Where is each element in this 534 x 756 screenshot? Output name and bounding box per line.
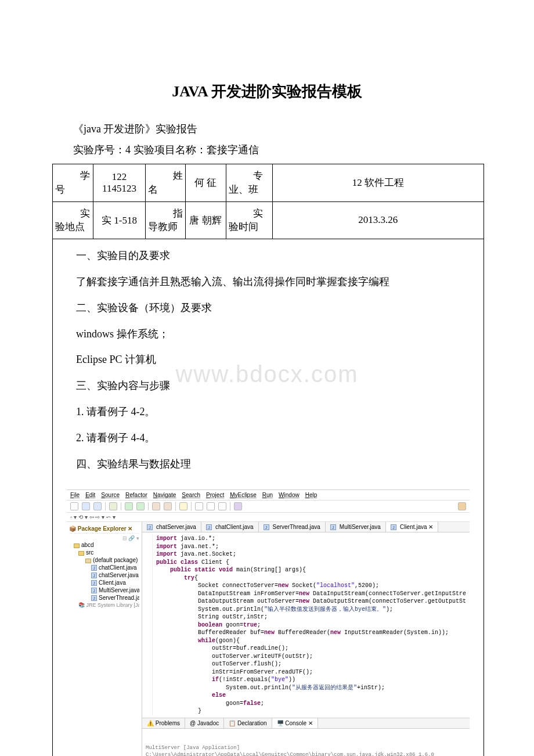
code-line: System.out.println("输入半径数值发送到服务器，输入bye结束… bbox=[156, 606, 466, 614]
editor-tab[interactable]: JServerThread.java bbox=[259, 522, 326, 532]
build-icon[interactable] bbox=[109, 502, 117, 510]
console-panel[interactable]: MultiServer [Java Application] C:\Users\… bbox=[142, 729, 470, 756]
toolbar-separator bbox=[230, 502, 230, 510]
nav-icon[interactable] bbox=[207, 502, 215, 510]
new-class-icon[interactable] bbox=[152, 502, 160, 510]
editor-tabs[interactable]: JchatServer.javaJchatClient.javaJServerT… bbox=[142, 522, 470, 532]
code-line: System.out.println("从服务器返回的结果是"+inStr); bbox=[156, 684, 466, 692]
table-row: 学号 122 1145123 姓名 何 征 专业、班 12 软件工程 bbox=[53, 164, 484, 202]
java-file-icon: J bbox=[91, 595, 97, 601]
code-line: inStr=inFromServer.readUTF(); bbox=[156, 668, 466, 676]
src-icon bbox=[78, 551, 84, 556]
label-teacher-b: 导教师 bbox=[148, 221, 178, 232]
tree-project[interactable]: abcd bbox=[81, 542, 94, 548]
code-line: outToServer.writeUTF(outStr); bbox=[156, 653, 466, 661]
section-1-title: 一、实验目的及要求 bbox=[76, 247, 470, 264]
section-2-body-1: windows 操作系统； bbox=[76, 326, 470, 343]
package-explorer-title: Package Explorer bbox=[78, 525, 127, 532]
save-icon[interactable] bbox=[82, 502, 90, 510]
code-line: if(!inStr.equals("bye")) bbox=[156, 676, 466, 684]
menu-item-navigate[interactable]: Navigate bbox=[153, 492, 176, 498]
value-location: 实 1-518 bbox=[93, 201, 146, 239]
label-student-id-a: 学 bbox=[55, 169, 91, 183]
label-name-a: 姓 bbox=[148, 169, 183, 183]
menu-item-file[interactable]: File bbox=[70, 492, 80, 498]
ide-toolbar-2[interactable]: ▫ ▾ ⟲ ▾ ⇦ ⇨ ▾ ⤺ ▾ bbox=[67, 513, 470, 522]
code-line: String outStr,inStr; bbox=[156, 613, 466, 621]
report-body: 一、实验目的及要求 了解套接字通信并且熟悉输入流、输出流得操作同时掌握套接字编程… bbox=[53, 239, 484, 489]
myeclipse-icon[interactable] bbox=[458, 502, 466, 510]
ide-menubar[interactable]: FileEditSourceRefactorNavigateSearchProj… bbox=[67, 490, 470, 501]
run-icon[interactable] bbox=[136, 502, 145, 510]
menu-item-search[interactable]: Search bbox=[182, 492, 200, 498]
ide-toolbar[interactable] bbox=[67, 501, 470, 513]
bottom-tab-declaration[interactable]: 📋 Declaration bbox=[224, 718, 272, 728]
section-2-body-2: Eclipse PC 计算机 bbox=[76, 351, 470, 368]
code-line: else bbox=[156, 692, 466, 700]
tree-file[interactable]: JClient.java bbox=[69, 579, 139, 586]
section-4-title: 四、实验结果与数据处理 bbox=[76, 456, 470, 473]
java-file-icon: J bbox=[330, 524, 336, 530]
code-line: while(goon){ bbox=[156, 637, 466, 645]
menu-item-project[interactable]: Project bbox=[206, 492, 224, 498]
code-editor[interactable]: import java.io.*;import java.net.*;impor… bbox=[142, 532, 470, 718]
table-row: 实验地点 实 1-518 指导教师 唐 朝辉 实验时间 2013.3.26 bbox=[53, 201, 484, 239]
menu-item-myeclipse[interactable]: MyEclipse bbox=[230, 492, 257, 498]
menu-item-source[interactable]: Source bbox=[101, 492, 120, 498]
java-file-icon: J bbox=[91, 573, 97, 578]
new-package-icon[interactable] bbox=[164, 502, 172, 510]
code-line: Socket connectToServer=new Socket("local… bbox=[156, 582, 466, 590]
doc-subtitle-1: 《java 开发进阶》实验报告 bbox=[52, 122, 482, 136]
label-name-b: 名 bbox=[148, 184, 158, 195]
tree-jre[interactable]: JRE System Library [JavaSE-1.6] bbox=[86, 602, 139, 608]
nav-icon[interactable] bbox=[218, 502, 226, 510]
console-header: MultiServer [Java Application] C:\Users\… bbox=[146, 745, 466, 756]
code-line: boolean goon=true; bbox=[156, 621, 466, 629]
menu-item-help[interactable]: Help bbox=[305, 492, 317, 498]
document-title: JAVA 开发进阶实验报告模板 bbox=[52, 81, 482, 102]
new-icon[interactable] bbox=[70, 502, 78, 510]
section-1-body: 了解套接字通信并且熟悉输入流、输出流得操作同时掌握套接字编程 bbox=[76, 273, 470, 290]
value-time: 2013.3.26 bbox=[272, 201, 484, 239]
debug-icon[interactable] bbox=[125, 502, 133, 510]
label-major-a: 专 bbox=[229, 169, 270, 183]
tree-file[interactable]: JchatClient.java bbox=[69, 564, 139, 571]
search-icon[interactable] bbox=[179, 502, 187, 510]
toolbar-separator bbox=[121, 502, 121, 510]
bottom-tab-javadoc[interactable]: @ Javadoc bbox=[185, 718, 224, 728]
tree-file[interactable]: JMultiServer.java bbox=[69, 586, 139, 594]
label-student-id-b: 号 bbox=[55, 184, 65, 195]
editor-tab[interactable]: JMultiServer.java bbox=[326, 522, 386, 532]
tree-file[interactable]: JServerThread.java bbox=[69, 594, 139, 602]
perspective-icon[interactable] bbox=[234, 502, 242, 510]
tree-package[interactable]: (default package) bbox=[93, 557, 138, 563]
java-file-icon: J bbox=[147, 524, 153, 530]
code-line: outStr=buf.readLine(); bbox=[156, 645, 466, 653]
code-line: try{ bbox=[156, 574, 466, 582]
editor-tab[interactable]: JClient.java ✕ bbox=[386, 522, 438, 532]
toolbar-separator bbox=[105, 502, 106, 510]
code-line: import java.net.Socket; bbox=[156, 550, 466, 559]
menu-item-run[interactable]: Run bbox=[262, 492, 273, 498]
save-all-icon[interactable] bbox=[93, 502, 102, 510]
bottom-tab-problems[interactable]: ⚠️ Problems bbox=[142, 718, 185, 728]
section-3-title: 三、实验内容与步骤 bbox=[76, 377, 470, 394]
editor-tab[interactable]: JchatServer.java bbox=[142, 522, 201, 532]
table-row-content: 一、实验目的及要求 了解套接字通信并且熟悉输入流、输出流得操作同时掌握套接字编程… bbox=[53, 239, 484, 756]
java-file-icon: J bbox=[91, 588, 97, 593]
package-explorer[interactable]: 📦 Package Explorer ✕ ⊟ 🔗 ▾ abcd src (def… bbox=[67, 522, 142, 756]
menu-item-window[interactable]: Window bbox=[279, 492, 300, 498]
info-table: 学号 122 1145123 姓名 何 征 专业、班 12 软件工程 实验地点 … bbox=[52, 164, 484, 756]
label-time-b: 验时间 bbox=[229, 221, 258, 232]
tree-file[interactable]: JchatServer.java bbox=[69, 571, 139, 579]
menu-item-edit[interactable]: Edit bbox=[85, 492, 95, 498]
tree-src[interactable]: src bbox=[86, 549, 93, 556]
editor-tab[interactable]: JchatClient.java bbox=[201, 522, 259, 532]
bottom-tabs[interactable]: ⚠️ Problems@ Javadoc📋 Declaration🖥️ Cons… bbox=[142, 718, 470, 729]
bottom-tab-console[interactable]: 🖥️ Console ✕ bbox=[272, 718, 318, 728]
menu-item-refactor[interactable]: Refactor bbox=[125, 492, 147, 498]
toolbar-separator bbox=[175, 502, 176, 510]
label-teacher-a: 指 bbox=[148, 207, 183, 221]
nav-icon[interactable] bbox=[195, 502, 203, 510]
code-line: public class Client { bbox=[156, 559, 466, 567]
